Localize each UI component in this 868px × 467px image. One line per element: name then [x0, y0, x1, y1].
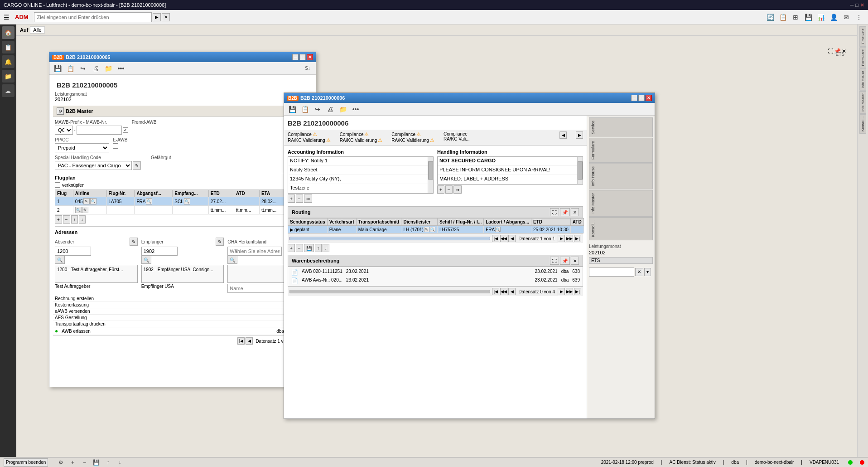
gefahr-checkbox[interactable] [142, 163, 147, 168]
awb-prev[interactable]: ◀◀ [500, 288, 507, 295]
window1-maximize[interactable]: □ [299, 54, 306, 60]
bottom-add-btn[interactable]: + [67, 457, 78, 467]
special-handling-select[interactable]: PAC - Passenger and Cargo [55, 161, 132, 170]
refresh-icon[interactable]: 🔄 [765, 12, 776, 23]
empfang-edit-1[interactable]: 🔍 [184, 198, 190, 204]
awb-next2[interactable]: ▶▶ [566, 288, 573, 295]
close-icon[interactable]: ✕ [860, 2, 864, 8]
right-panel-clear[interactable]: ✕ [635, 268, 643, 276]
service-tab[interactable]: Service [589, 117, 653, 137]
rt-last[interactable]: ▶| [574, 235, 581, 242]
airline-search-1[interactable]: 🔍 [90, 198, 96, 204]
remove-flight-btn[interactable]: − [63, 215, 70, 224]
acc-line-4[interactable]: Testzeile [288, 184, 428, 193]
w1-scroll-btn[interactable]: S↓ [302, 63, 313, 74]
gha-input[interactable] [227, 247, 282, 256]
action-transport[interactable]: Transportauftrag drucken [53, 321, 312, 327]
routing-scrollbar[interactable] [289, 237, 490, 240]
sidebar-files[interactable]: 📁 [2, 70, 14, 83]
dl-search[interactable]: 🔍 [430, 227, 435, 232]
bottom-save-btn[interactable]: 💾 [91, 457, 101, 467]
prev-page-btn[interactable]: ◀ [246, 337, 253, 345]
window2-maximize[interactable]: □ [638, 95, 645, 101]
copy-icon[interactable]: 📋 [777, 12, 788, 23]
empfaenger-search[interactable]: 🔍 [141, 256, 151, 264]
rt-next2[interactable]: ▶▶ [566, 235, 573, 242]
b2b-master-expand[interactable]: ⊙ [57, 107, 64, 115]
action-rechnung[interactable]: Rechnung erstellen INVRECP [53, 296, 312, 302]
sidebar-notifications[interactable]: 🔔 [2, 55, 14, 68]
bottom-down-btn[interactable]: ↓ [114, 457, 125, 467]
accounting-scrollbar[interactable] [428, 157, 433, 193]
acc-line-3[interactable]: 12345 Notify City (NY), [288, 175, 428, 184]
save-icon[interactable]: 💾 [803, 12, 814, 23]
hand-add-btn[interactable]: + [437, 185, 444, 194]
bottom-settings-btn[interactable]: ⚙ [55, 457, 66, 467]
empfaenger-id-input[interactable] [141, 247, 178, 256]
abgang-edit-1[interactable]: 🔍 [146, 198, 152, 204]
waren-pin-btn[interactable]: 📌 [560, 257, 570, 265]
alle-tab[interactable]: Alle [30, 26, 44, 34]
window2-titlebar[interactable]: B2B B2B 210210000006 ─ □ ✕ [284, 93, 655, 103]
mawb-number-input[interactable] [77, 126, 122, 135]
mawb-checkbox[interactable] [123, 127, 128, 133]
special-handling-edit[interactable]: ✎ [133, 161, 141, 170]
compliance-prev[interactable]: ◀ [559, 131, 567, 139]
rt-save-btn[interactable]: 💾 [304, 244, 314, 252]
eawb-checkbox[interactable] [113, 143, 118, 149]
absender-search[interactable]: 🔍 [55, 256, 65, 264]
handling-scrollbar[interactable] [577, 157, 583, 184]
gha-search[interactable]: 🔍 [227, 256, 237, 264]
rt-remove-btn[interactable]: − [296, 244, 303, 252]
w1-folder-btn[interactable]: 📁 [103, 63, 114, 74]
rt-down-btn[interactable]: ↓ [323, 244, 329, 252]
clear-button[interactable]: ✕ [162, 13, 170, 21]
infohouse-tab[interactable]: Info House [589, 163, 653, 190]
first-page-btn[interactable]: |◀ [237, 337, 245, 345]
acc-line-1[interactable]: NOTIFY: Notify 1 [288, 157, 428, 166]
rt-up-btn[interactable]: ↑ [315, 244, 322, 252]
acc-line-2[interactable]: Notify Street [288, 166, 428, 175]
w1-save-btn[interactable]: 💾 [52, 63, 63, 74]
rt-prev2[interactable]: ◀ [508, 235, 516, 242]
w2-save-btn[interactable]: 💾 [287, 104, 298, 115]
right-sidebar-tab-2[interactable]: Formulare [859, 47, 866, 68]
window1-titlebar[interactable]: B2B B2B 210210000005 ─ □ ✕ [49, 52, 316, 62]
rt-first[interactable]: |◀ [492, 235, 499, 242]
awb-last[interactable]: ▶| [574, 288, 581, 295]
w2-print-btn[interactable]: 🖨 [325, 104, 336, 115]
airline-edit-1[interactable]: ✎ [83, 198, 90, 204]
more-icon[interactable]: ⋮ [854, 12, 864, 23]
hand-line-2[interactable]: PLEASE INFORM CONSIGNEE UPON ARRIVAL! [438, 166, 577, 175]
address-input[interactable] [34, 12, 152, 22]
rt-next[interactable]: ▶ [558, 235, 565, 242]
window2-minimize[interactable]: ─ [631, 95, 637, 101]
absender-id-input[interactable] [55, 247, 91, 256]
maximize-icon[interactable]: □ [855, 2, 858, 8]
waren-close-btn[interactable]: ✕ [571, 257, 579, 265]
w1-forward-btn[interactable]: ↪ [77, 63, 88, 74]
mawb-prefix-select[interactable]: QC [55, 126, 73, 135]
sidebar-tasks[interactable]: 📋 [2, 41, 14, 54]
w2-folder-btn[interactable]: 📁 [338, 104, 348, 115]
awb-first[interactable]: |◀ [492, 288, 499, 295]
w2-more-btn[interactable]: ••• [350, 104, 361, 115]
action-kosten[interactable]: Kostenerfassung [53, 302, 312, 308]
chart-icon[interactable]: 📊 [815, 12, 826, 23]
hand-remove-btn[interactable]: − [445, 185, 453, 194]
verknuepfen-checkbox[interactable] [55, 182, 60, 188]
airline-edit-2[interactable]: ✎ [82, 207, 88, 213]
message-icon[interactable]: ✉ [841, 12, 852, 23]
hand-line-3[interactable]: MARKED: LABEL + ADDRESS [438, 175, 577, 184]
w2-forward-btn[interactable]: ↪ [312, 104, 323, 115]
menu-toggle-icon[interactable]: ☰ [4, 14, 10, 21]
bottom-up-btn[interactable]: ↑ [102, 457, 113, 467]
absender-edit-btn[interactable]: ✎ [130, 238, 138, 246]
awb-scrollbar[interactable] [289, 290, 490, 293]
empfaenger-edit-btn[interactable]: ✎ [216, 238, 224, 246]
infomaster-tab[interactable]: Info Master [589, 190, 653, 217]
acc-import-btn[interactable]: ⇒ [304, 195, 312, 203]
w1-print-btn[interactable]: 🖨 [90, 63, 101, 74]
w1-copy-btn[interactable]: 📋 [65, 63, 76, 74]
awb-row-2[interactable]: 📄 AWB Avis-Nr.: 020... 23.02.2021 23.02.… [289, 277, 582, 285]
